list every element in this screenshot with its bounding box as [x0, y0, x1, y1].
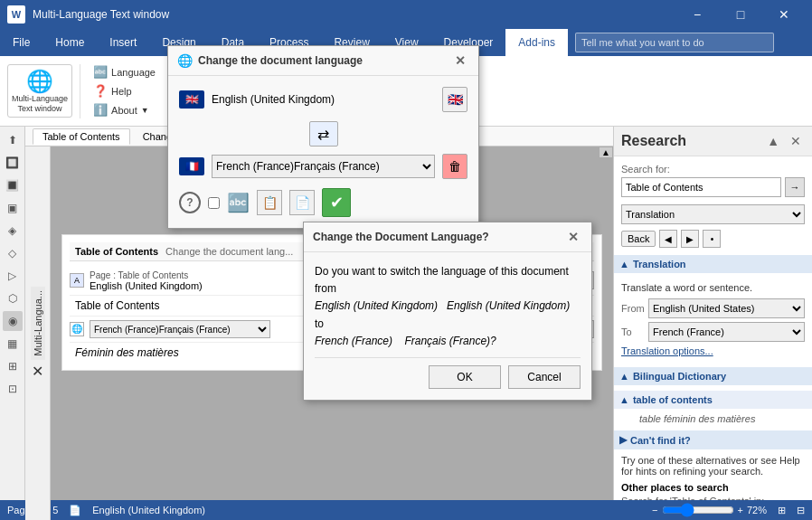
bilingual-sub-entry: table féminin des matières — [621, 412, 805, 425]
confirm-dialog-footer: OK Cancel — [315, 357, 581, 389]
translation-options-link[interactable]: Translation options... — [621, 345, 805, 356]
about-button[interactable]: ℹ️ About ▼ — [88, 101, 161, 118]
source-lang-text: English (United Kingdom) — [212, 93, 435, 106]
translation-section-header[interactable]: ▲ Translation — [614, 255, 812, 273]
to-lang-2: Français (France)? — [404, 335, 496, 347]
sidebar-nav-icon[interactable]: ⬆ — [3, 130, 23, 150]
source-flag: 🇬🇧 — [179, 90, 204, 109]
target-language-select[interactable]: French (France)Français (France) English… — [212, 155, 435, 178]
research-panel-title: Research — [621, 133, 686, 149]
status-icon: 📄 — [69, 505, 81, 516]
translation-desc: Translate a word or sentence. — [621, 282, 805, 293]
dialog-checkbox[interactable] — [208, 197, 220, 209]
translate-icon-btn[interactable]: 🔤 — [227, 192, 250, 213]
to-lang-1: French (France) — [315, 335, 392, 347]
from-language-select[interactable]: English (United States) English (United … — [648, 298, 805, 318]
sidebar-icon-11[interactable]: ⊡ — [3, 379, 23, 399]
view-multi-icon[interactable]: ⊟ — [797, 505, 805, 516]
research-search-input[interactable] — [621, 177, 781, 197]
sidebar-icon-5[interactable]: ◇ — [3, 243, 23, 263]
scroll-up-button[interactable]: ▲ — [599, 147, 613, 158]
ribbon-search-area — [568, 29, 812, 56]
ok-checkmark-button[interactable]: ✔ — [322, 188, 351, 217]
sidebar-icon-3[interactable]: ▣ — [3, 198, 23, 218]
confirm-change-dialog: Change the Document Language? ✕ Do you w… — [303, 222, 592, 401]
research-close-button[interactable]: ✕ — [787, 132, 805, 150]
zoom-controls: − + 72% — [652, 503, 767, 517]
source-lang-row: 🇬🇧 English (United Kingdom) 🇬🇧 — [179, 87, 467, 112]
minimize-button[interactable]: − — [676, 0, 718, 29]
research-panel: Research ▲ ✕ Search for: → Translation B… — [613, 127, 812, 520]
ribbon-divider — [80, 64, 80, 118]
changelang-tab-label: Change the document lang... — [165, 246, 293, 257]
tab-insert[interactable]: Insert — [97, 29, 149, 56]
back-button[interactable]: Back — [621, 231, 656, 247]
nav-right-arrow[interactable]: ▶ — [681, 230, 699, 248]
sidebar-icon-1[interactable]: 🔲 — [3, 153, 23, 173]
zoom-out-icon[interactable]: − — [652, 505, 657, 515]
paste-icon-btn[interactable]: 📄 — [289, 190, 315, 215]
to-language-select[interactable]: French (France) German (Germany) — [648, 322, 805, 342]
maximize-button[interactable]: □ — [720, 0, 761, 29]
french-language-select[interactable]: French (France)Français (France) — [90, 320, 270, 338]
ribbon-search-input[interactable] — [575, 33, 774, 52]
research-search-row: → — [621, 177, 805, 197]
dialog-close-button[interactable]: ✕ — [451, 52, 469, 70]
close-tab-icon[interactable]: ✕ — [32, 363, 43, 380]
tab-addins[interactable]: Add-ins — [505, 29, 568, 56]
confirm-ok-button[interactable]: OK — [429, 365, 501, 389]
ribbon-menu-items: 🔤 Language ❓ Help ℹ️ About ▼ — [88, 63, 161, 118]
sidebar-icon-10[interactable]: ⊞ — [3, 356, 23, 376]
sidebar-icon-4[interactable]: ◈ — [3, 221, 23, 241]
cant-find-header[interactable]: ▶ Can't find it? — [614, 430, 812, 449]
help-dialog-button[interactable]: ? — [179, 192, 201, 213]
from-label: From — [621, 303, 643, 314]
language-button[interactable]: 🔤 Language — [88, 63, 161, 80]
sidebar-icon-7[interactable]: ⬡ — [3, 288, 23, 308]
confirm-dialog-title: Change the Document Language? — [313, 231, 489, 243]
vertical-label-panel: Multi-Langua... ✕ — [25, 147, 51, 520]
bilingual-section-content: ▲ table of contents table féminin des ma… — [621, 391, 805, 425]
zoom-in-icon[interactable]: + — [738, 505, 743, 515]
close-button[interactable]: ✕ — [763, 0, 805, 29]
checkbox-row — [208, 197, 220, 209]
sidebar-icon-8[interactable]: ◉ — [3, 311, 23, 331]
research-collapse-button[interactable]: ▲ — [763, 132, 783, 150]
tab-toc[interactable]: Table of Contents — [33, 128, 130, 145]
source-flag-icon: 🇬🇧 — [442, 87, 467, 112]
change-lang-dialog-titlebar: 🌐 Change the document language ✕ — [168, 46, 478, 76]
cant-find-desc: Try one of these alternatives or see Hel… — [621, 455, 805, 477]
triangle-icon: ▲ — [619, 259, 629, 269]
copy-icon-btn[interactable]: 📋 — [257, 190, 282, 215]
bilingual-section-header[interactable]: ▲ Bilingual Dictionary — [614, 367, 812, 385]
zoom-slider[interactable] — [662, 503, 734, 517]
left-sidebar: ⬆ 🔲 🔳 ▣ ◈ ◇ ▷ ⬡ ◉ ▦ ⊞ ⊡ — [0, 127, 25, 520]
view-single-icon[interactable]: ⊞ — [778, 505, 786, 516]
help-button[interactable]: ❓ Help — [88, 82, 161, 99]
confirm-dialog-titlebar: Change the Document Language? ✕ — [304, 222, 591, 252]
toc-subsection-header[interactable]: ▲ table of contents — [614, 391, 812, 409]
tab-file[interactable]: File — [0, 29, 42, 56]
confirm-dialog-close[interactable]: ✕ — [564, 228, 582, 246]
nav-dots: • — [703, 230, 721, 248]
sidebar-icon-2[interactable]: 🔳 — [3, 175, 23, 195]
zoom-value: 72% — [747, 505, 767, 515]
tab-home[interactable]: Home — [42, 29, 97, 56]
clear-target-button[interactable]: 🗑 — [442, 154, 467, 179]
target-flag: 🇫🇷 — [179, 157, 204, 175]
entry-icon-1: A — [70, 273, 84, 288]
research-source-dropdown[interactable]: Translation Bing All Research Sites Rese… — [621, 204, 805, 224]
multilang-button[interactable]: 🌐 Multi-LanguageText window — [7, 64, 72, 118]
swap-row: ⇄ — [179, 121, 467, 147]
dialog-body: 🇬🇧 English (United Kingdom) 🇬🇧 ⇄ 🇫🇷 Fren… — [168, 76, 478, 228]
toc-title: Table of Contents — [75, 246, 158, 257]
vertical-label: Multi-Langua... — [31, 287, 45, 360]
research-search-button[interactable]: → — [785, 177, 805, 197]
research-header: Research ▲ ✕ — [614, 127, 812, 156]
sidebar-icon-9[interactable]: ▦ — [3, 334, 23, 354]
confirm-cancel-button[interactable]: Cancel — [508, 365, 581, 389]
swap-button[interactable]: ⇄ — [309, 121, 338, 147]
nav-left-arrow[interactable]: ◀ — [659, 230, 677, 248]
sidebar-icon-6[interactable]: ▷ — [3, 266, 23, 286]
research-header-buttons: ▲ ✕ — [763, 132, 805, 150]
